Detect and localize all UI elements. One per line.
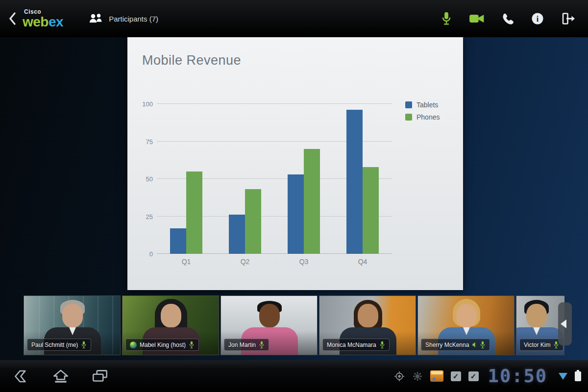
scroll-left-arrow-icon: [561, 319, 566, 328]
tablets-label: Tablets: [416, 101, 438, 109]
gps-crosshair-icon: [394, 371, 405, 382]
system-home-icon: [51, 368, 70, 384]
notification-thumbnail-icon: [430, 370, 443, 382]
system-clock: 10:50: [488, 366, 547, 387]
bar-phones-q3: [304, 149, 320, 254]
microphone-icon: [259, 341, 265, 349]
svg-text:i: i: [537, 15, 539, 23]
bar-group-q2: [216, 104, 274, 254]
bar-groups: [157, 104, 392, 254]
microphone-icon: [440, 11, 453, 26]
participant-name-badge: Victor Kim: [519, 339, 564, 351]
system-recents-icon: [91, 368, 109, 384]
tablets-swatch: [405, 101, 412, 108]
y-axis-labels: 100 75 50 25 0: [129, 104, 153, 254]
system-nav-buttons: [0, 367, 112, 386]
bar-chart-plot: [157, 104, 392, 254]
system-back-icon: [12, 368, 31, 384]
bar-tablets-q3: [288, 174, 304, 254]
info-button[interactable]: i: [529, 10, 546, 27]
participant-video-paul-schmitt[interactable]: Paul Schmitt (me): [24, 295, 121, 355]
download-complete-icon: [451, 371, 461, 381]
webex-ball-icon: [130, 342, 137, 348]
phone-button[interactable]: [499, 10, 515, 27]
legend-entry-phones: Phones: [405, 113, 440, 121]
y-tick-0: 0: [129, 250, 153, 258]
signal-triangle-icon: [559, 373, 567, 380]
participants-icon: [88, 13, 103, 24]
leave-meeting-icon: [561, 12, 575, 25]
top-action-bar: Cisco webex Participants (7): [0, 0, 588, 37]
participants-count-label: Participants (7): [109, 15, 158, 23]
participant-name-badge: Sherry McKenna: [421, 339, 490, 351]
participant-name: Mabel King (host): [140, 342, 186, 348]
bar-group-q4: [333, 104, 392, 254]
bar-phones-q2: [245, 189, 261, 254]
microphone-icon: [379, 341, 385, 349]
x-tick-q3: Q3: [274, 258, 333, 266]
brand-web: web: [23, 14, 49, 29]
x-tick-q2: Q2: [216, 258, 274, 266]
cisco-webex-logo: Cisco webex: [23, 9, 63, 29]
bar-group-q1: [157, 104, 216, 254]
filmstrip-scroll-handle[interactable]: [558, 302, 572, 345]
speaker-icon: [472, 341, 477, 348]
bar-phones-q1: [186, 172, 202, 254]
participant-name-badge: Mabel King (host): [125, 339, 199, 351]
microphone-button[interactable]: [438, 10, 455, 27]
phones-label: Phones: [416, 113, 440, 121]
shared-presentation-slide[interactable]: Mobile Revenue 100 75 50 25 0 Q1 Q2 Q3 Q…: [127, 37, 463, 290]
brand-ex: ex: [49, 14, 63, 29]
system-status-area[interactable]: 10:50: [394, 366, 588, 387]
participant-name-badge: Paul Schmitt (me): [27, 339, 91, 351]
microphone-icon: [81, 341, 87, 349]
system-back-button[interactable]: [10, 367, 33, 386]
participant-name: Paul Schmitt (me): [31, 342, 78, 348]
system-home-button[interactable]: [49, 367, 73, 386]
y-tick-25: 25: [129, 213, 153, 220]
participant-video-monica-mcnamara[interactable]: Monica McNamara: [319, 295, 416, 355]
participant-name-badge: Jon Martin: [224, 339, 269, 351]
microphone-icon: [189, 341, 195, 349]
bar-tablets-q1: [170, 228, 186, 254]
system-recents-button[interactable]: [88, 367, 112, 386]
participant-name: Jon Martin: [228, 342, 256, 348]
bar-group-q3: [274, 104, 333, 254]
participant-name-badge: Monica McNamara: [322, 339, 390, 351]
video-camera-button[interactable]: [468, 10, 485, 27]
android-system-bar: 10:50: [0, 360, 588, 392]
back-button[interactable]: [4, 8, 21, 29]
participants-button[interactable]: Participants (7): [85, 8, 161, 29]
participant-video-victor-kim[interactable]: Victor Kim: [516, 295, 564, 355]
settings-gear-icon: [412, 371, 423, 382]
chart-legend: Tablets Phones: [405, 101, 440, 125]
x-tick-q1: Q1: [157, 258, 216, 266]
x-axis-labels: Q1 Q2 Q3 Q4: [157, 258, 392, 266]
webex-meeting-screen: Cisco webex Participants (7): [0, 0, 588, 392]
legend-entry-tablets: Tablets: [405, 101, 440, 109]
participant-name: Sherry McKenna: [425, 342, 469, 348]
download-complete-icon: [468, 371, 479, 381]
leave-meeting-button[interactable]: [560, 10, 576, 27]
participant-video-jon-martin[interactable]: Jon Martin: [220, 295, 318, 355]
bar-tablets-q4: [346, 110, 363, 254]
participant-filmstrip: Paul Schmitt (me) Mabel King (host) Jon …: [24, 295, 564, 355]
phones-swatch: [405, 114, 412, 121]
y-tick-100: 100: [129, 100, 153, 108]
video-camera-icon: [469, 13, 485, 24]
x-tick-q4: Q4: [333, 258, 392, 266]
battery-icon: [575, 371, 581, 381]
participant-video-mabel-king[interactable]: Mabel King (host): [122, 295, 219, 355]
info-icon: i: [531, 12, 544, 25]
phone-icon: [500, 12, 514, 25]
back-chevron-icon: [8, 12, 16, 25]
topbar-actions: i: [438, 10, 588, 27]
participant-name: Victor Kim: [524, 342, 550, 348]
participant-video-sherry-mckenna[interactable]: Sherry McKenna: [417, 295, 514, 355]
slide-title: Mobile Revenue: [142, 53, 241, 68]
participant-name: Monica McNamara: [327, 342, 376, 348]
bar-tablets-q2: [229, 215, 245, 254]
y-tick-75: 75: [129, 138, 153, 146]
microphone-icon: [480, 341, 486, 349]
bar-phones-q4: [363, 167, 379, 254]
